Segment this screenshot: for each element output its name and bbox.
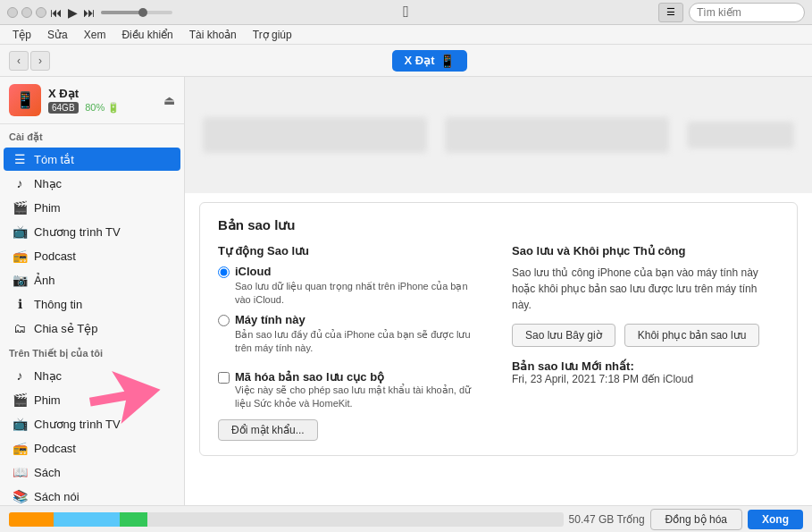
search-input[interactable] <box>689 3 805 22</box>
sidebar-label-sach: Sách <box>34 466 61 479</box>
blur-block-1 <box>203 117 427 153</box>
menu-tep[interactable]: Tệp <box>5 27 38 43</box>
sidebar-item-podcast[interactable]: 📻 Podcast <box>4 244 180 267</box>
other-storage <box>120 512 147 527</box>
photo-icon: 📷 <box>13 273 27 287</box>
backup-actions: Sao lưu Bây giờ Khôi phục bản sao lưu <box>512 324 779 347</box>
sidebar-label-nhac2: Nhạc <box>34 369 62 383</box>
fast-forward-btn[interactable]: ⏭ <box>83 5 96 20</box>
sidebar: 📱 X Đạt 64GB 80% 🔋 ⏏ Cài đặt ☰ Tóm tắt ♪ <box>0 77 185 505</box>
sidebar-label-sach-noi: Sách nói <box>34 490 80 503</box>
sidebar-item-nhac2[interactable]: ♪ Nhạc <box>4 364 180 387</box>
sync-button[interactable]: Đồng bộ hóa <box>650 509 742 530</box>
nav-arrows: ‹ › <box>9 51 50 71</box>
summary-icon: ☰ <box>13 152 27 166</box>
playback-progress[interactable] <box>101 11 172 14</box>
search-bar: ☰ <box>658 3 805 22</box>
sidebar-item-chuong-trinh-tv2[interactable]: 📺 Chương trình TV <box>4 412 180 435</box>
title-bar: ⏮ ▶ ⏭  ☰ <box>0 0 812 25</box>
sidebar-item-sach[interactable]: 📖 Sách <box>4 460 180 484</box>
backup-now-button[interactable]: Sao lưu Bây giờ <box>512 324 615 347</box>
minimize-btn[interactable] <box>21 7 32 18</box>
device-meta: 64GB 80% 🔋 <box>48 100 156 114</box>
storage-tag: 64GB <box>48 102 79 114</box>
mac-option[interactable]: Máy tính này Bản sao lưu đầy đủ của iPho… <box>218 313 485 356</box>
forward-arrow[interactable]: › <box>30 51 50 71</box>
mac-label: Máy tính này <box>235 313 485 326</box>
menu-dieu-khien[interactable]: Điều khiển <box>114 27 180 43</box>
movie-icon: 🎬 <box>13 200 27 215</box>
backup-title: Bản sao lưu <box>218 217 779 233</box>
device-btn-icon: 📱 <box>439 54 455 68</box>
sidebar-item-tom-tat[interactable]: ☰ Tóm tắt <box>4 148 180 171</box>
section2-label: Trên Thiết bị của tôi <box>0 341 184 363</box>
device-btn-label: X Đạt <box>405 54 435 67</box>
backup-columns: Tự động Sao lưu iCloud Sao lưu dữ liệu q… <box>218 244 779 441</box>
storage-label: 50.47 GB Trống <box>569 513 645 526</box>
close-btn[interactable] <box>7 7 18 18</box>
fileshare-icon: 🗂 <box>13 321 27 335</box>
menu-button[interactable]: ☰ <box>658 3 683 22</box>
battery-level: 80% 🔋 <box>85 102 120 113</box>
menu-tai-khoan[interactable]: Tài khoản <box>182 27 244 43</box>
blur-block-3 <box>687 122 794 148</box>
sidebar-label-chuong-trinh-tv: Chương trình TV <box>34 225 121 239</box>
mac-radio[interactable] <box>218 315 230 326</box>
encrypt-desc: Việc này sẽ cho phép sao lưu mật khẩu tà… <box>235 384 485 411</box>
sidebar-item-nhac[interactable]: ♪ Nhạc <box>4 172 180 195</box>
sidebar-label-phim: Phim <box>34 201 61 215</box>
rewind-btn[interactable]: ⏮ <box>50 5 63 20</box>
manual-backup-col: Sao lưu và Khôi phục Thủ công Sao lưu th… <box>512 244 779 441</box>
sidebar-item-thong-tin[interactable]: ℹ Thông tin <box>4 292 180 316</box>
content-area: Bản sao lưu Tự động Sao lưu iCloud Sao l… <box>185 77 812 505</box>
tv-icon: 📺 <box>13 224 27 239</box>
sidebar-label-podcast: Podcast <box>34 249 76 263</box>
blur-block-2 <box>445 117 669 153</box>
apple-logo:  <box>403 3 409 21</box>
book-icon: 📖 <box>13 465 27 479</box>
maximize-btn[interactable] <box>36 7 46 18</box>
eject-button[interactable]: ⏏ <box>163 93 175 107</box>
icloud-label: iCloud <box>235 265 485 278</box>
sidebar-item-chia-se-tep[interactable]: 🗂 Chia sẻ Tệp <box>4 317 180 340</box>
sidebar-label-tom-tat: Tóm tắt <box>34 153 74 166</box>
status-bar: 50.47 GB Trống Đồng bộ hóa Xong <box>0 505 812 532</box>
device-button[interactable]: X Đạt 📱 <box>392 50 467 72</box>
sidebar-item-chuong-trinh-tv[interactable]: 📺 Chương trình TV <box>4 220 180 243</box>
menu-sua[interactable]: Sửa <box>40 27 75 43</box>
sidebar-label-podcast2: Podcast <box>34 442 76 455</box>
menu-xem[interactable]: Xem <box>77 27 113 43</box>
encrypt-label: Mã hóa bản sao lưu cục bộ <box>235 370 485 384</box>
icloud-desc: Sao lưu dữ liệu quan trọng nhất trên iPh… <box>235 280 485 308</box>
sidebar-label-thong-tin: Thông tin <box>34 298 82 311</box>
icloud-radio[interactable] <box>218 266 230 278</box>
podcast2-icon: 📻 <box>13 441 27 455</box>
done-button[interactable]: Xong <box>748 510 803 529</box>
transport-controls: ⏮ ▶ ⏭ <box>50 5 172 20</box>
icloud-option[interactable]: iCloud Sao lưu dữ liệu quan trọng nhất t… <box>218 265 485 308</box>
info-icon: ℹ <box>13 297 27 311</box>
nav-bar: ‹ › X Đạt 📱 <box>0 45 812 77</box>
play-btn[interactable]: ▶ <box>68 5 78 20</box>
podcast-icon: 📻 <box>13 249 27 263</box>
back-arrow[interactable]: ‹ <box>9 51 29 71</box>
sidebar-item-sach-noi[interactable]: 📚 Sách nói <box>4 485 180 505</box>
sidebar-item-podcast2[interactable]: 📻 Podcast <box>4 436 180 460</box>
backup-radio-group: iCloud Sao lưu dữ liệu quan trọng nhất t… <box>218 265 485 410</box>
menu-tro-giup[interactable]: Trợ giúp <box>246 27 299 43</box>
change-password-button[interactable]: Đổi mật khẩu... <box>218 419 318 441</box>
movie2-icon: 🎬 <box>13 393 27 407</box>
audiobook-icon: 📚 <box>13 489 27 503</box>
encrypt-checkbox[interactable] <box>218 372 230 384</box>
sidebar-label-phim2: Phim <box>34 393 61 407</box>
sidebar-item-phim[interactable]: 🎬 Phim <box>4 196 180 219</box>
music-icon: ♪ <box>13 176 27 190</box>
encrypt-row[interactable]: Mã hóa bản sao lưu cục bộ Việc này sẽ ch… <box>218 370 485 411</box>
restore-button[interactable]: Khôi phục bản sao lưu <box>624 324 760 347</box>
manual-backup-title: Sao lưu và Khôi phục Thủ công <box>512 244 779 258</box>
manual-backup-desc: Sao lưu thủ công iPhone của bạn vào máy … <box>512 265 779 313</box>
sidebar-item-phim2[interactable]: 🎬 Phim <box>4 388 180 411</box>
sidebar-label-anh: Ảnh <box>34 274 54 287</box>
sidebar-item-anh[interactable]: 📷 Ảnh <box>4 268 180 291</box>
media-storage <box>54 512 120 527</box>
